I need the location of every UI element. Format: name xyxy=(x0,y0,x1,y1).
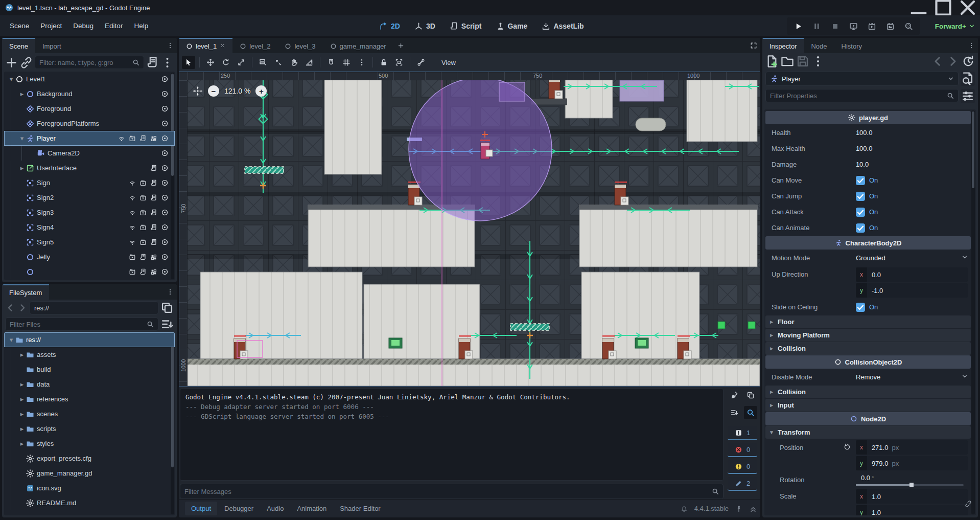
bottom-tab-debugger[interactable]: Debugger xyxy=(218,502,260,515)
position-x-field[interactable]: x271.0px xyxy=(856,440,968,455)
log-filter-errX[interactable]: 0 xyxy=(728,443,757,457)
checkbox[interactable] xyxy=(856,303,865,312)
signal-icon[interactable] xyxy=(129,194,136,201)
visibility-eye-icon[interactable] xyxy=(161,223,169,231)
expand-arrow[interactable]: ▸ xyxy=(18,425,26,433)
visibility-eye-icon[interactable] xyxy=(161,253,169,261)
new-scene-tab-button[interactable] xyxy=(394,38,408,53)
inspector-tools-button[interactable] xyxy=(961,89,975,103)
fs-item-scenes[interactable]: ▸scenes xyxy=(4,406,175,421)
log-filter-editPencil[interactable]: 2 xyxy=(728,477,757,491)
attach-script-button[interactable] xyxy=(146,56,159,69)
close-scene-tab[interactable] xyxy=(220,42,225,50)
play-custom-scene-button[interactable] xyxy=(881,18,899,34)
edit-history-button[interactable] xyxy=(962,55,975,68)
script-icon[interactable] xyxy=(150,224,157,231)
tab-node[interactable]: Node xyxy=(804,38,834,53)
play-scene-button[interactable] xyxy=(862,18,881,34)
workspace-assetlib[interactable]: AssetLib xyxy=(537,19,588,33)
scene-node-camera2d[interactable]: Camera2D xyxy=(4,146,175,161)
dropdown-chevron[interactable] xyxy=(962,373,968,381)
menu-scene[interactable]: Scene xyxy=(4,19,35,33)
expand-arrow[interactable]: ▸ xyxy=(18,164,26,172)
fs-filter-input[interactable] xyxy=(10,321,144,328)
signal-icon[interactable] xyxy=(129,209,136,216)
script-icon[interactable] xyxy=(150,194,157,201)
fs-item-styles[interactable]: ▸styles xyxy=(4,436,175,451)
group-icon[interactable] xyxy=(129,135,136,142)
output-log[interactable]: Godot Engine v4.4.1.stable.steam (c) 200… xyxy=(180,389,724,481)
group-icon[interactable] xyxy=(129,254,136,261)
fs-item-readme-md[interactable]: README.md xyxy=(4,495,175,510)
bottom-tab-output[interactable]: Output xyxy=(185,502,217,515)
edited-node-select[interactable]: Player xyxy=(765,72,959,86)
ruler-tool[interactable] xyxy=(302,56,316,69)
fs-item-icon-svg[interactable]: icon.svg xyxy=(4,481,175,495)
tab-filesystem[interactable]: FileSystem xyxy=(2,284,49,300)
log-filter-warnBang[interactable]: 0 xyxy=(728,460,757,474)
group-icon[interactable] xyxy=(139,224,147,231)
tab-menu-button[interactable] xyxy=(965,38,978,53)
visibility-eye-icon[interactable] xyxy=(161,268,169,276)
group-icon[interactable] xyxy=(139,239,147,246)
expand-arrow[interactable]: ▸ xyxy=(18,90,26,98)
expand-arrow[interactable]: ▾ xyxy=(18,134,26,142)
visibility-eye-icon[interactable] xyxy=(161,238,169,246)
visibility-eye-icon[interactable] xyxy=(161,194,169,201)
scene-node-jelly[interactable]: Jelly xyxy=(4,250,175,264)
fs-item-build[interactable]: build xyxy=(4,362,175,377)
scene-node-userinterface[interactable]: ▸UserInterface xyxy=(4,161,175,175)
copy-output-button[interactable] xyxy=(744,389,757,402)
bottom-tab-shader-editor[interactable]: Shader Editor xyxy=(334,502,387,515)
lock-selected-button[interactable] xyxy=(377,56,390,69)
workspace-2d[interactable]: 2D xyxy=(375,19,405,33)
up direction-y-field[interactable]: y-1.0 xyxy=(856,283,968,298)
clear-output-button[interactable] xyxy=(728,389,741,402)
tab-scene[interactable]: Scene xyxy=(2,38,35,53)
visibility-eye-icon[interactable] xyxy=(161,120,169,127)
expand-arrow[interactable]: ▾ xyxy=(7,75,15,83)
checkbox[interactable] xyxy=(856,208,865,217)
workspace-game[interactable]: Game xyxy=(491,19,532,33)
scene-tree-menu-button[interactable] xyxy=(161,56,174,69)
2d-viewport[interactable]: 2505007501000 7501000 − 121.0 % + xyxy=(179,72,760,387)
instance-icon[interactable] xyxy=(150,254,157,261)
visibility-eye-icon[interactable] xyxy=(161,105,169,112)
scene-node-background[interactable]: ▸Background xyxy=(4,86,175,101)
inspector-filter-input[interactable] xyxy=(770,92,944,100)
maximize-button[interactable] xyxy=(931,0,955,15)
tab-import[interactable]: Import xyxy=(35,38,68,53)
tab-inspector[interactable]: Inspector xyxy=(762,38,804,53)
scene-tab-level_1[interactable]: level_1 xyxy=(179,38,232,53)
inspector-scrollbar[interactable] xyxy=(971,110,975,514)
scale-x-field[interactable]: x1.0 xyxy=(856,489,968,504)
fs-item-export-presets-cfg[interactable]: export_presets.cfg xyxy=(4,451,175,466)
menu-help[interactable]: Help xyxy=(128,19,154,33)
expand-arrow[interactable]: ▾ xyxy=(7,336,15,344)
add-node-button[interactable] xyxy=(5,56,18,69)
fs-sort-button[interactable] xyxy=(160,318,174,331)
skeleton-options-button[interactable] xyxy=(414,56,428,69)
menu-debug[interactable]: Debug xyxy=(67,19,99,33)
new-resource-button[interactable] xyxy=(765,55,779,68)
script-icon[interactable] xyxy=(139,135,147,142)
close-button[interactable] xyxy=(955,0,980,15)
split-view-button[interactable] xyxy=(160,301,174,314)
expand-bottom-panel-icon[interactable] xyxy=(749,505,757,513)
scene-filter-input[interactable] xyxy=(39,59,129,66)
rotate-tool[interactable] xyxy=(219,56,232,69)
zoom-in-button[interactable]: + xyxy=(255,85,267,97)
script-icon[interactable] xyxy=(150,179,157,187)
group-collision[interactable]: ▸Collision xyxy=(765,386,971,398)
group-input[interactable]: ▸Input xyxy=(765,399,971,412)
scale-tool[interactable] xyxy=(235,56,248,69)
scene-node-sign4[interactable]: Sign4 xyxy=(4,220,175,235)
view-menu-button[interactable]: View xyxy=(436,57,461,69)
script-icon[interactable] xyxy=(150,209,157,216)
distraction-free-button[interactable] xyxy=(747,38,760,53)
move-tool[interactable] xyxy=(204,56,217,69)
class-header-CollisionObject2D[interactable]: CollisionObject2D xyxy=(765,355,971,369)
checkbox[interactable] xyxy=(856,223,865,233)
instance-icon[interactable] xyxy=(150,268,157,276)
script-icon[interactable] xyxy=(150,165,157,172)
